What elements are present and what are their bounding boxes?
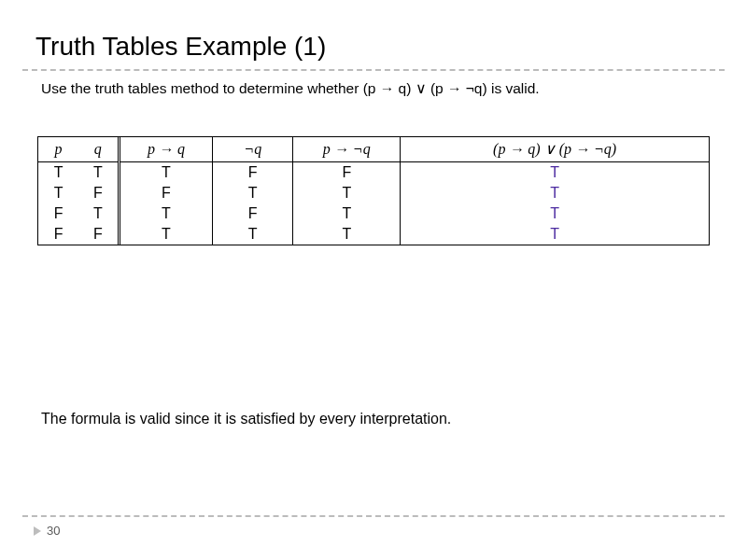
cell: T	[78, 161, 119, 183]
cell: F	[78, 183, 119, 203]
table-row: T F F T T T	[38, 183, 709, 203]
cell: F	[213, 203, 293, 224]
table-header-row: p q p → q ¬q p → ¬q (p → q) ∨ (p → ¬q)	[38, 137, 709, 161]
triangle-icon	[34, 526, 41, 536]
table-row: F T T F T T	[38, 203, 709, 224]
col-header-not-q: ¬q	[213, 137, 293, 161]
cell: T	[38, 161, 78, 183]
cell: F	[293, 161, 401, 183]
cell: F	[213, 161, 293, 183]
col-header-p: p	[38, 137, 78, 161]
page-number: 30	[47, 524, 60, 538]
col-header-q: q	[78, 137, 119, 161]
page-number-wrap: 30	[34, 524, 60, 538]
table-row: F F T T T T	[38, 224, 709, 245]
cell-result: T	[401, 203, 709, 224]
cell-result: T	[401, 183, 709, 203]
truth-table: p q p → q ¬q p → ¬q (p → q) ∨ (p → ¬q) T…	[38, 137, 709, 245]
slide-title: Truth Tables Example (1)	[35, 32, 747, 65]
cell: T	[293, 224, 401, 245]
col-header-p-imp-q: p → q	[119, 137, 213, 161]
cell: T	[119, 224, 213, 245]
truth-table-wrap: p q p → q ¬q p → ¬q (p → q) ∨ (p → ¬q) T…	[37, 136, 710, 245]
cell-result: T	[401, 224, 709, 245]
footer-area	[22, 515, 725, 517]
cell: T	[213, 183, 293, 203]
cell: F	[119, 183, 213, 203]
cell: T	[119, 161, 213, 183]
cell: F	[38, 203, 78, 224]
footer-divider	[22, 515, 725, 517]
col-header-p-imp-not-q: p → ¬q	[293, 137, 401, 161]
slide-subtitle: Use the truth tables method to determine…	[0, 71, 747, 97]
table-row: T T T F F T	[38, 161, 709, 183]
cell: T	[119, 203, 213, 224]
cell: T	[38, 183, 78, 203]
conclusion-text: The formula is valid since it is satisfi…	[0, 411, 451, 427]
cell: F	[78, 224, 119, 245]
cell: F	[38, 224, 78, 245]
cell: T	[293, 203, 401, 224]
cell-result: T	[401, 161, 709, 183]
title-area: Truth Tables Example (1)	[0, 0, 747, 65]
cell: T	[78, 203, 119, 224]
cell: T	[213, 224, 293, 245]
slide: Truth Tables Example (1) Use the truth t…	[0, 0, 747, 560]
truth-table-border: p q p → q ¬q p → ¬q (p → q) ∨ (p → ¬q) T…	[37, 136, 710, 245]
cell: T	[293, 183, 401, 203]
col-header-disjunction: (p → q) ∨ (p → ¬q)	[401, 137, 709, 161]
